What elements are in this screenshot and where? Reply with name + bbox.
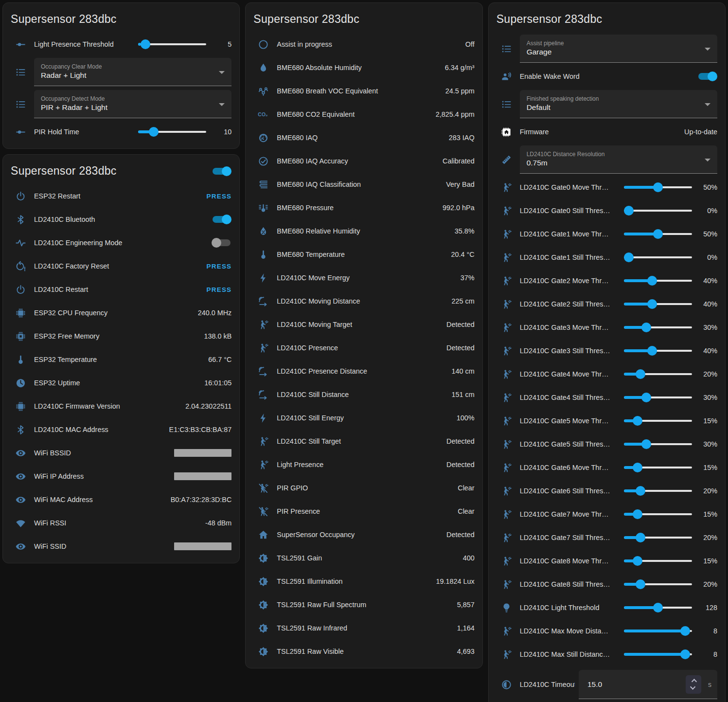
entity-row[interactable]: BME680 IAQ AccuracyCalibrated (246, 149, 482, 173)
toggle-switch[interactable] (212, 238, 231, 248)
toggle-switch[interactable] (212, 215, 231, 224)
slider-thumb[interactable] (680, 626, 690, 636)
slider[interactable] (138, 127, 206, 137)
slider[interactable] (624, 252, 692, 262)
slider[interactable] (624, 276, 692, 286)
entity-row[interactable]: BME680 IAQ283 IAQ (246, 126, 482, 149)
press-button[interactable]: PRESS (203, 190, 232, 203)
slider[interactable] (624, 369, 692, 379)
slider-thumb[interactable] (641, 393, 651, 402)
entity-row[interactable]: SuperSensor OccupancyDetected (246, 523, 482, 546)
slider-thumb[interactable] (653, 229, 663, 239)
entity-row[interactable]: BME680 Absolute Humidity6.34 g/m³ (246, 56, 482, 79)
slider[interactable] (624, 579, 692, 589)
card-header-toggle[interactable] (212, 166, 231, 176)
number-input[interactable] (586, 680, 686, 689)
entity-row[interactable]: WiFi BSSID (3, 441, 239, 465)
slider[interactable] (624, 439, 692, 449)
entity-row[interactable]: ESP32 CPU Frequency240.0 MHz (3, 301, 239, 324)
slider[interactable] (624, 533, 692, 542)
entity-row[interactable]: BME680 Relative Humidity35.8% (246, 219, 482, 243)
entity-row[interactable]: Light PresenceDetected (246, 453, 482, 476)
slider[interactable] (624, 463, 692, 472)
slider-thumb[interactable] (633, 556, 642, 566)
entity-row[interactable]: PIR PresenceClear (246, 500, 482, 523)
slider[interactable] (624, 416, 692, 426)
slider[interactable] (624, 393, 692, 402)
entity-row[interactable]: TSL2591 Illumination19.1824 Lux (246, 570, 482, 593)
entity-row[interactable]: TSL2591 Raw Infrared1,164 (246, 616, 482, 640)
entity-row[interactable]: LD2410C Move Energy37% (246, 266, 482, 289)
entity-row[interactable]: ESP32 Free Memory138.0 kB (3, 324, 239, 348)
select-field[interactable]: LD2410C Distance Resolution0.75m (520, 145, 717, 174)
slider-thumb[interactable] (636, 369, 645, 379)
slider-thumb[interactable] (647, 276, 657, 286)
press-button[interactable]: PRESS (203, 283, 232, 296)
entity-row[interactable]: TSL2591 Gain400 (246, 546, 482, 570)
entity-row[interactable]: ESP32 Uptime16:01:05 (3, 371, 239, 395)
slider-thumb[interactable] (141, 39, 150, 49)
entity-row[interactable]: WiFi IP Address (3, 465, 239, 488)
slider-thumb[interactable] (636, 533, 645, 542)
slider[interactable] (138, 39, 206, 49)
slider-thumb[interactable] (636, 486, 645, 496)
entity-row[interactable]: LD2410C MAC AddressE1:C3:B3:CB:BA:87 (3, 418, 239, 441)
entity-row[interactable]: LD2410C Firmware Version2.04.23022511 (3, 395, 239, 418)
slider-thumb[interactable] (680, 649, 690, 659)
slider[interactable] (624, 509, 692, 519)
select-field[interactable]: Occupancy Clear ModeRadar + Light (34, 58, 231, 86)
entity-row[interactable]: ESP32 Temperature66.7 °C (3, 348, 239, 371)
entity-row[interactable]: BME680 IAQ ClassificationVery Bad (246, 173, 482, 196)
entity-row[interactable]: FirmwareUp-to-date (489, 120, 725, 144)
entity-row[interactable]: LD2410C Moving TargetDetected (246, 313, 482, 336)
entity-row[interactable]: WiFi SSID (3, 535, 239, 558)
stepper-up-icon[interactable] (692, 679, 697, 684)
slider-thumb[interactable] (647, 299, 657, 309)
number-stepper[interactable] (686, 675, 701, 694)
slider-thumb[interactable] (633, 509, 642, 519)
slider-thumb[interactable] (641, 323, 651, 332)
entity-row[interactable]: Assist in progressOff (246, 33, 482, 56)
slider[interactable] (624, 649, 692, 659)
select-field[interactable]: Finished speaking detectionDefault (520, 90, 717, 118)
slider-thumb[interactable] (636, 579, 645, 589)
entity-row[interactable]: LD2410C Still Distance151 cm (246, 383, 482, 406)
entity-row[interactable]: BME680 Breath VOC Equivalent24.5 ppm (246, 79, 482, 103)
entity-row[interactable]: WiFi RSSI-48 dBm (3, 511, 239, 535)
slider[interactable] (624, 486, 692, 496)
slider[interactable] (624, 556, 692, 566)
slider-thumb[interactable] (653, 603, 663, 612)
entity-row[interactable]: CO₂BME680 CO2 Equivalent2,825.4 ppm (246, 103, 482, 126)
slider-thumb[interactable] (641, 439, 651, 449)
slider[interactable] (624, 603, 692, 612)
slider-thumb[interactable] (633, 463, 642, 472)
slider-thumb[interactable] (149, 127, 159, 137)
entity-row[interactable]: BME680 Temperature20.4 °C (246, 243, 482, 266)
toggle-switch[interactable] (697, 72, 717, 81)
slider[interactable] (624, 229, 692, 239)
entity-row[interactable]: LD2410C PresenceDetected (246, 336, 482, 360)
slider[interactable] (624, 323, 692, 332)
slider[interactable] (624, 206, 692, 216)
slider[interactable] (624, 626, 692, 636)
entity-row[interactable]: BME680 Pressure992.0 hPa (246, 196, 482, 219)
select-field[interactable]: Occupancy Detect ModePIR + Radar + Light (34, 90, 231, 118)
slider-thumb[interactable] (624, 252, 634, 262)
slider[interactable] (624, 346, 692, 356)
slider-thumb[interactable] (624, 206, 634, 216)
slider-thumb[interactable] (633, 416, 642, 426)
slider[interactable] (624, 182, 692, 192)
entity-row[interactable]: LD2410C Presence Distance140 cm (246, 360, 482, 383)
entity-row[interactable]: TSL2591 Raw Visible4,693 (246, 640, 482, 663)
slider[interactable] (624, 299, 692, 309)
slider-thumb[interactable] (647, 346, 657, 356)
entity-row[interactable]: LD2410C Moving Distance225 cm (246, 289, 482, 313)
entity-row[interactable]: LD2410C Still TargetDetected (246, 430, 482, 453)
entity-row[interactable]: TSL2591 Raw Full Spectrum5,857 (246, 593, 482, 616)
stepper-down-icon[interactable] (690, 684, 695, 689)
entity-row[interactable]: WiFi MAC AddressB0:A7:32:28:3D:BC (3, 488, 239, 511)
select-field[interactable]: Assist pipelineGarage (520, 35, 717, 63)
press-button[interactable]: PRESS (203, 260, 232, 273)
entity-row[interactable]: PIR GPIOClear (246, 476, 482, 500)
slider-thumb[interactable] (653, 182, 663, 192)
